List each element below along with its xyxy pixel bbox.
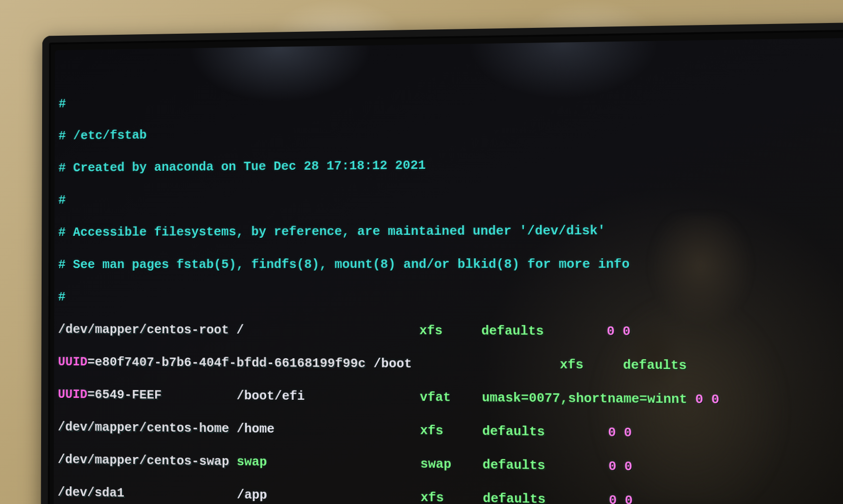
fstab-comment: #	[58, 187, 843, 208]
dump-value: 0	[607, 324, 615, 339]
dump-value: 0	[608, 425, 616, 440]
fs-options: defaults	[623, 358, 687, 373]
dump-value: 0	[695, 392, 703, 408]
fs-type: xfs	[419, 324, 443, 339]
uuid-key: UUID	[58, 388, 87, 402]
fstab-entry-swap: /dev/mapper/centos-swap swap swap defaul…	[58, 452, 843, 479]
terminal-content: # # /etc/fstab # Created by anaconda on …	[56, 69, 843, 504]
device-path: /dev/mapper/centos-root	[58, 322, 229, 338]
device-path: /dev/mapper/centos-swap	[58, 453, 229, 469]
fs-type: xfs	[560, 358, 584, 372]
fstab-entry-app: /dev/sda1 /app xfs defaults 0 0	[58, 484, 843, 504]
fs-options: defaults	[481, 324, 544, 339]
fs-type: swap	[420, 457, 451, 472]
fs-options: defaults	[483, 491, 546, 504]
fstab-comment: # Accessible filesystems, by reference, …	[58, 222, 843, 241]
fstab-comment: # /etc/fstab	[59, 120, 843, 144]
mount-point: /home	[237, 422, 275, 436]
mount-point: swap	[237, 455, 267, 469]
fs-type: xfs	[420, 424, 444, 439]
uuid-value: e80f7407-b7b6-404f-bfdd-66168199f99c	[95, 355, 366, 371]
fs-options: umask=0077,shortname=winnt	[482, 390, 687, 407]
pass-value: 0	[624, 426, 632, 441]
fstab-entry-boot: UUID=e80f7407-b7b6-404f-bfdd-66168199f99…	[58, 354, 843, 375]
fstab-entry-efi: UUID=6549-FEEF /boot/efi vfat umask=0077…	[58, 387, 843, 410]
fstab-comment: #	[59, 86, 843, 113]
fs-type: vfat	[420, 390, 451, 405]
mount-point: /	[236, 323, 244, 338]
mount-point: /app	[237, 488, 267, 503]
device-path: /dev/mapper/centos-home	[58, 420, 229, 436]
mount-point: /boot	[374, 357, 412, 371]
fstab-entry-home: /dev/mapper/centos-home /home xfs defaul…	[58, 419, 843, 444]
dump-value: 0	[609, 493, 617, 504]
monitor-frame: # # /etc/fstab # Created by anaconda on …	[41, 22, 843, 504]
pass-value: 0	[625, 493, 633, 504]
fstab-comment: # Created by anaconda on Tue Dec 28 17:1…	[58, 154, 843, 176]
fs-options: defaults	[482, 424, 545, 439]
fstab-comment: # See man pages fstab(5), findfs(8), mou…	[58, 256, 843, 273]
device-path: /dev/sda1	[58, 485, 124, 501]
uuid-key: UUID	[58, 355, 87, 369]
pass-value: 0	[623, 324, 631, 339]
fs-options: defaults	[482, 458, 545, 473]
pass-value: 0	[711, 392, 720, 408]
fstab-comment: #	[58, 289, 843, 307]
pass-value: 0	[624, 459, 632, 475]
fs-type: xfs	[421, 490, 444, 504]
dump-value: 0	[609, 459, 617, 475]
terminal-screen[interactable]: # # /etc/fstab # Created by anaconda on …	[54, 37, 843, 504]
fstab-entry-root: /dev/mapper/centos-root / xfs defaults 0…	[58, 321, 843, 341]
mount-point: /boot/efi	[236, 389, 304, 404]
uuid-value: 6549-FEEF	[95, 388, 162, 402]
